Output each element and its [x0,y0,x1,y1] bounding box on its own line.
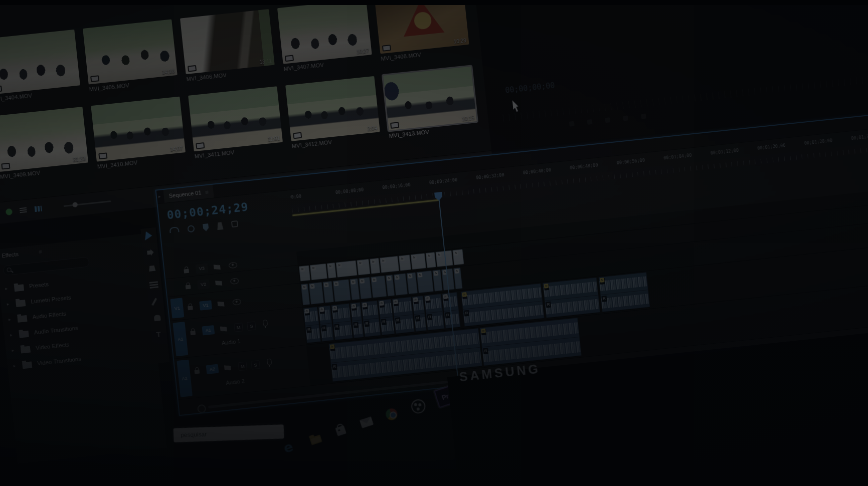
clip-thumbnail[interactable]: 10;15 [383,66,477,131]
timeline-clip[interactable]: fx [386,275,395,296]
snap-icon[interactable] [169,226,180,233]
sync-lock-icon[interactable] [217,301,224,307]
clip-thumbnail[interactable]: 14;07 [91,97,186,162]
chevron-right-icon[interactable]: ▸ [13,363,16,368]
razor-tool-icon[interactable] [144,261,160,279]
mark-out-icon[interactable] [587,119,593,125]
timeline-clip[interactable]: fx [426,252,436,268]
chevron-right-icon[interactable]: ▸ [5,286,8,291]
media-item[interactable]: 14;16 MVI_3405.MOV [83,19,182,93]
clip-thumbnail[interactable]: 13;11 [180,9,275,74]
zoom-slider[interactable] [64,200,111,207]
track-name-audio2[interactable]: Audio 2 [226,378,245,386]
effects-search-input[interactable] [3,257,90,276]
timeline-clip[interactable]: fx [452,249,464,265]
timeline-clip[interactable]: fx [359,277,372,299]
timeline-clip[interactable]: fxLR [543,278,600,318]
timeline-clip[interactable]: fx [323,281,334,303]
media-item[interactable]: 14;07 MVI_3410.MOV [91,96,190,170]
mute-button[interactable]: M [234,323,243,332]
track-output-eye-icon[interactable] [232,299,241,306]
type-tool-icon[interactable] [151,326,167,344]
timeline-clip[interactable]: fx [350,279,360,300]
timeline-clip[interactable]: fx [327,263,336,279]
clip-thumbnail[interactable]: 10;27 [277,0,372,64]
icon-view-icon[interactable] [35,206,42,212]
timeline-clip[interactable]: fx [309,282,324,304]
timeline-clip[interactable]: fx [407,272,418,294]
lock-icon[interactable] [190,331,196,335]
voiceover-mic-icon[interactable] [263,320,268,327]
taskbar-search-input[interactable]: pesquisar [173,424,284,442]
timeline-clip[interactable]: fxLR [424,294,444,330]
timeline-clip[interactable]: fx [370,258,380,274]
timeline-clip[interactable]: fxLR [392,297,415,334]
sync-lock-icon[interactable] [224,365,231,371]
solo-button[interactable]: S [247,321,256,331]
panel-menu-icon[interactable]: ≡ [39,249,43,255]
timeline-clip[interactable]: fx [394,273,408,295]
media-item[interactable]: 11;01 MVI_3411.MOV [188,86,287,159]
source-patch-v1[interactable]: V1 [170,298,184,318]
track-target-v1[interactable]: V1 [199,300,212,310]
obs-icon[interactable] [408,397,426,414]
track-target-a1[interactable]: A1 [202,325,215,335]
timeline-clip[interactable]: fx [357,259,370,275]
timeline-clip[interactable]: fx [336,261,358,278]
chevron-right-icon[interactable]: ▸ [7,301,10,306]
mail-icon[interactable] [358,413,375,431]
lock-icon[interactable] [195,370,200,374]
timeline-clip[interactable]: fxLR [303,307,321,343]
chevron-right-icon[interactable]: ▸ [12,348,15,353]
lock-icon[interactable] [186,285,191,289]
chevron-right-icon[interactable]: ▸ [10,332,13,337]
timeline-clip[interactable]: fx [453,268,462,289]
lock-icon[interactable] [188,306,193,310]
media-item[interactable]: 13;11 MVI_3406.MOV [180,9,279,82]
timeline-clip[interactable]: fxLR [331,304,353,340]
nest-toggle-icon[interactable] [231,220,238,227]
chrome-icon[interactable] [383,405,401,423]
sync-lock-icon[interactable] [215,280,222,286]
add-marker-icon[interactable] [203,223,209,231]
timeline-clip[interactable]: fxLR [599,272,650,312]
timeline-clip[interactable]: fx [399,255,411,271]
timeline-clip[interactable]: fx [310,264,327,280]
sync-lock-icon[interactable] [214,264,221,270]
slip-tool-icon[interactable] [146,277,162,295]
linked-selection-icon[interactable] [187,225,195,232]
media-item[interactable]: 12;19 [0,0,75,4]
timeline-clip[interactable]: fx [301,284,310,305]
panel-menu-icon[interactable]: ≡ [205,189,209,195]
timeline-clip[interactable]: fx [380,256,399,273]
media-item[interactable]: 10;29 MVI_3408.MOV [375,0,474,62]
step-forward-icon[interactable] [623,115,628,121]
timeline-clip[interactable]: fx [299,266,310,282]
media-item-selected[interactable]: 10;15 MVI_3413.MOV [383,66,482,139]
clip-thumbnail[interactable] [0,30,80,95]
tab-effects[interactable]: Effects [2,251,19,259]
scrollbar-handle[interactable] [197,404,207,414]
chevron-right-icon[interactable]: ▸ [8,317,11,322]
timeline-clip[interactable]: fxLR [461,283,544,326]
timeline-clip[interactable]: fx [417,271,434,293]
solo-button[interactable]: S [251,360,260,370]
lock-icon[interactable] [184,269,189,274]
sync-lock-icon[interactable] [220,326,227,332]
play-icon[interactable] [605,117,610,123]
export-frame-icon[interactable] [641,114,646,119]
source-patch-a2[interactable]: A2 [177,360,192,397]
pen-tool-icon[interactable] [147,293,164,311]
track-output-eye-icon[interactable] [230,278,239,285]
store-icon[interactable] [332,421,350,439]
track-output-eye-icon[interactable] [228,262,237,269]
track-badge-v2[interactable]: V2 [197,280,210,290]
selection-tool-icon[interactable] [141,227,157,246]
track-badge-v3[interactable]: V3 [196,264,209,274]
track-name-audio1[interactable]: Audio 1 [222,338,241,346]
clip-thumbnail[interactable]: 10;29 [375,0,469,54]
track-target-a2[interactable]: A2 [206,364,219,374]
list-view-icon[interactable] [20,207,27,213]
media-item[interactable]: MVI_3404.MOV [0,29,85,103]
mute-button[interactable]: M [238,362,247,371]
